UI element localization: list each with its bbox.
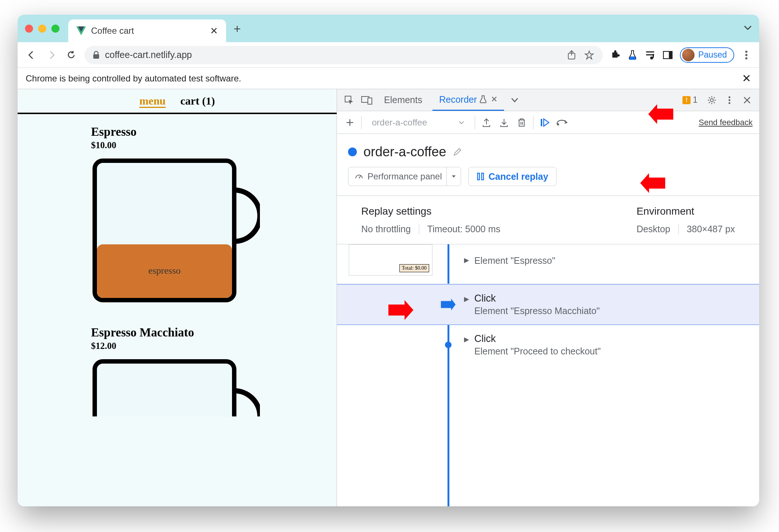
svg-rect-7 <box>653 54 654 58</box>
svg-rect-15 <box>95 361 234 416</box>
cancel-replay-button[interactable]: Cancel replay <box>468 167 557 186</box>
product-macchiato: Espresso Macchiato $12.00 <box>18 315 337 420</box>
browser-window: Coffee cart ✕ ＋ coffee-cart.netlify.app … <box>18 15 759 506</box>
svg-point-22 <box>729 102 731 104</box>
close-window-button[interactable] <box>25 25 33 33</box>
replay-settings: Replay settings No throttling Timeout: 5… <box>361 205 500 234</box>
product-price: $12.00 <box>91 341 337 351</box>
flask-icon <box>480 95 486 103</box>
svg-point-20 <box>729 96 731 98</box>
cup-fill-label: espresso <box>148 265 181 276</box>
extensions-icon[interactable] <box>609 50 620 61</box>
chevron-down-icon <box>744 25 752 30</box>
maximize-window-button[interactable] <box>51 25 59 33</box>
pause-icon <box>477 172 484 181</box>
settings-bar: Replay settings No throttling Timeout: 5… <box>337 196 759 244</box>
svg-rect-26 <box>482 173 483 180</box>
browser-tab[interactable]: Coffee cart ✕ <box>68 19 226 42</box>
throttling-value[interactable]: No throttling <box>361 224 419 234</box>
url-bar: coffee-cart.netlify.app Paused <box>18 42 759 68</box>
step-element: Element "Proceed to checkout" <box>474 346 601 357</box>
expand-icon[interactable]: ▶ <box>464 295 469 303</box>
cup-icon[interactable]: espresso <box>91 157 260 311</box>
add-recording-button[interactable] <box>344 116 356 129</box>
gear-icon[interactable] <box>705 93 719 107</box>
edit-icon[interactable] <box>453 147 462 157</box>
svg-point-24 <box>557 123 559 125</box>
timeout-value[interactable]: Timeout: 5000 ms <box>427 224 500 234</box>
cart-link[interactable]: cart (1) <box>180 95 215 107</box>
cancel-replay-label: Cancel replay <box>489 171 548 182</box>
viewport-value[interactable]: 380×487 px <box>687 224 735 234</box>
menu-link[interactable]: menu <box>140 95 166 107</box>
product-espresso: Espresso $10.00 espresso <box>18 114 337 315</box>
svg-rect-9 <box>669 51 672 59</box>
expand-icon[interactable]: ▶ <box>464 256 469 264</box>
reload-button[interactable] <box>65 48 78 62</box>
replay-icon[interactable] <box>539 116 551 129</box>
info-bar-close[interactable]: ✕ <box>742 72 751 85</box>
title-bar: Coffee cart ✕ ＋ <box>18 15 759 42</box>
back-button[interactable] <box>25 48 38 62</box>
tab-recorder[interactable]: Recorder ✕ <box>432 89 504 111</box>
step-thumbnail: Total: $0.00 <box>349 244 432 276</box>
cup-icon[interactable] <box>91 358 260 416</box>
labs-icon[interactable] <box>627 50 638 61</box>
more-tabs-icon[interactable] <box>508 93 522 107</box>
close-devtools-icon[interactable] <box>740 93 754 107</box>
sidepanel-icon[interactable] <box>662 50 673 61</box>
minimize-window-button[interactable] <box>38 25 46 33</box>
chevron-down-icon <box>459 121 464 124</box>
avatar <box>682 49 695 61</box>
kebab-icon[interactable] <box>722 93 736 107</box>
issues-badge[interactable]: ! 1 <box>679 94 701 106</box>
recording-selector[interactable]: order-a-coffee <box>367 115 470 130</box>
import-icon[interactable] <box>498 116 510 129</box>
automation-info-bar: Chrome is being controlled by automated … <box>18 68 759 89</box>
new-tab-button[interactable]: ＋ <box>231 21 243 37</box>
url-field[interactable]: coffee-cart.netlify.app <box>84 46 603 64</box>
lock-icon <box>93 51 100 59</box>
step-row[interactable]: Total: $0.00 ▶ Click Element "Espresso" <box>337 244 759 284</box>
bookmark-icon[interactable] <box>584 50 595 61</box>
music-icon[interactable] <box>645 50 656 61</box>
expand-icon[interactable]: ▶ <box>464 335 469 343</box>
tab-title: Coffee cart <box>91 26 134 36</box>
perf-panel-dropdown[interactable] <box>446 167 456 186</box>
url-text: coffee-cart.netlify.app <box>105 50 192 60</box>
step-element: Element "Espresso" <box>474 255 555 266</box>
menu-icon[interactable] <box>741 50 752 61</box>
tab-elements[interactable]: Elements <box>377 89 429 111</box>
recording-name: order-a-coffee <box>363 144 446 160</box>
recorder-toolbar: order-a-coffee Send feedback <box>337 111 759 134</box>
devtools-tabbar: Elements Recorder ✕ ! 1 <box>337 89 759 111</box>
send-feedback-link[interactable]: Send feedback <box>699 118 753 127</box>
device-toggle-icon[interactable] <box>360 93 374 107</box>
delete-icon[interactable] <box>515 116 528 129</box>
svg-rect-18 <box>368 98 372 104</box>
close-tab-button[interactable]: ✕ <box>210 25 218 37</box>
environment-title: Environment <box>637 205 735 217</box>
page-content: menu cart (1) Espresso $10.00 espresso E… <box>18 89 337 506</box>
svg-rect-2 <box>93 54 99 59</box>
svg-rect-4 <box>646 51 654 52</box>
device-value[interactable]: Desktop <box>637 224 679 234</box>
share-icon[interactable] <box>566 50 577 61</box>
vue-icon <box>76 26 86 35</box>
step-icon[interactable] <box>556 116 569 129</box>
current-step-marker-icon <box>441 299 456 310</box>
close-tab-icon[interactable]: ✕ <box>491 95 497 104</box>
step-row[interactable]: ▶ Click Element "Proceed to checkout" <box>337 325 759 365</box>
svg-rect-25 <box>478 173 479 180</box>
recording-selector-value: order-a-coffee <box>372 117 427 128</box>
window-menu[interactable] <box>744 25 752 32</box>
forward-button[interactable] <box>45 48 58 62</box>
performance-panel-button[interactable]: Performance panel <box>348 167 461 186</box>
svg-point-21 <box>729 99 731 101</box>
svg-point-10 <box>745 51 747 53</box>
inspect-icon[interactable] <box>342 93 356 107</box>
profile-paused-chip[interactable]: Paused <box>680 47 734 63</box>
annotation-arrow-icon <box>639 172 669 194</box>
traffic-lights <box>25 25 59 33</box>
export-icon[interactable] <box>480 116 493 129</box>
